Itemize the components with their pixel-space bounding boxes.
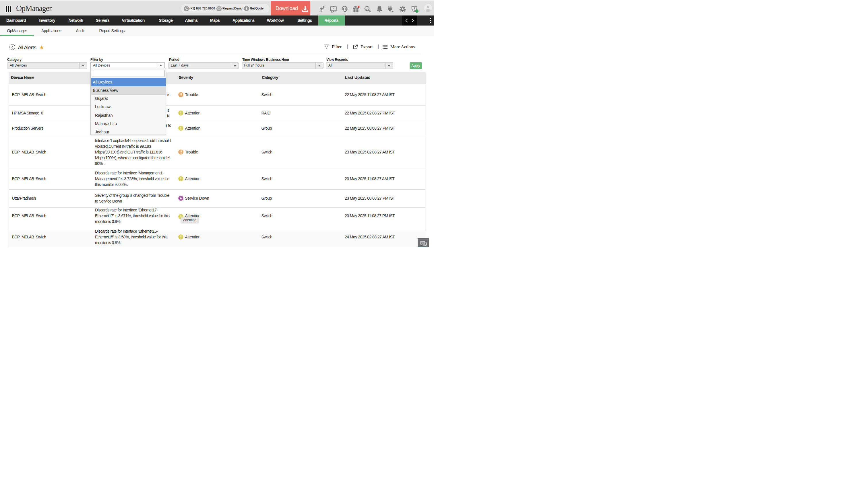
- svg-text:$: $: [246, 7, 248, 10]
